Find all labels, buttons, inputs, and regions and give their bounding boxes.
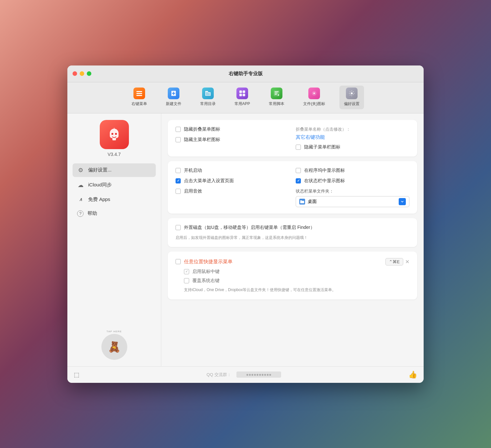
file-icon-icon [308,88,320,99]
hide-submenubar-icon-label: 隐藏子菜单栏图标 [304,144,340,150]
shortcut-key[interactable]: ⌃⌘E [385,258,403,265]
svg-point-12 [351,92,353,94]
quick-menu-card: 任意位置快捷显示菜单 ⌃⌘E ✕ 启用鼠标中键 覆盖系统右键 [168,252,417,300]
toolbar-label-file-icon: 文件(夹)图标 [303,101,325,107]
external-disk-checkbox[interactable] [176,225,181,230]
folder-select-value: 桌面 [308,199,317,205]
traffic-lights [73,71,91,76]
fold-menu-card: 隐藏折叠菜单图标 隐藏主菜单栏图标 折叠菜单名称（点击修改）： 其它右键功能 隐… [168,120,417,157]
toolbar-item-file-icon[interactable]: 文件(夹)图标 [299,86,330,109]
tap-here-mascot[interactable]: TAP HERE 🧸 [101,334,127,360]
fold-menu-name-value[interactable]: 其它右键功能 [296,134,409,140]
quick-menu-description: 支持iCloud，One Drive，Dropbox等云盘文件夹！使用快捷键，可… [176,287,409,293]
launch-display-right: 在程序坞中显示图标 在状态栏中显示图标 状态栏菜单文件夹： [296,168,409,207]
fold-menu-right: 折叠菜单名称（点击修改）： 其它右键功能 隐藏子菜单栏图标 [296,126,409,150]
click-enter-settings-row: 点击大菜单进入设置页面 [176,178,289,184]
toolbar-label-common-script: 常用脚本 [269,101,284,107]
fullscreen-button[interactable] [87,71,91,76]
sidebar-item-help[interactable]: ? 帮助 [73,207,156,220]
click-enter-settings-label: 点击大菜单进入设置页面 [184,178,234,184]
sidebar-bottom: TAP HERE 🧸 [101,334,127,360]
footer-bar: ⬚ QQ 交流群： ●●●●●●●●●● 👍 [67,366,424,383]
enable-middle-click-checkbox[interactable] [184,269,189,274]
enable-middle-click-label: 启用鼠标中键 [192,269,220,275]
launch-at-startup-checkbox[interactable] [176,168,181,173]
enable-sound-label: 启用音效 [184,188,202,194]
show-in-statusbar-label: 在状态栏中显示图标 [304,178,345,184]
show-in-dock-checkbox[interactable] [296,168,301,173]
external-disk-label: 外置磁盘（如U盘，移动硬盘等）启用右键菜单（需重启 Finder） [184,225,315,230]
quick-menu-title-row: 任意位置快捷显示菜单 ⌃⌘E ✕ [176,258,409,265]
window-title: 右键助手专业版 [229,71,263,77]
toolbar-item-new-file[interactable]: 新建文件 [161,86,186,109]
common-app-icon [236,88,248,99]
svg-point-13 [111,133,113,135]
toolbar-item-common-dir[interactable]: 常用目录 [196,86,220,109]
enable-sound-row: 启用音效 [176,188,289,194]
hide-fold-icon-checkbox[interactable] [176,127,181,132]
common-dir-icon [202,88,214,99]
override-right-click-row: 覆盖系统右键 [176,278,409,284]
mascot-emoji: 🧸 [108,341,121,353]
toolbar-item-right-click-menu[interactable]: 右键菜单 [127,86,152,109]
version-label: V3.4.7 [108,152,120,157]
hide-menubar-icon-checkbox[interactable] [176,137,181,142]
new-file-icon [168,88,179,99]
folder-select-dropdown[interactable]: 桌面 [296,196,409,207]
content-area: 隐藏折叠菜单图标 隐藏主菜单栏图标 折叠菜单名称（点击修改）： 其它右键功能 隐… [161,113,424,366]
launch-at-startup-row: 开机启动 [176,168,289,173]
external-disk-section: 外置磁盘（如U盘，移动硬盘等）启用右键菜单（需重启 Finder） 启用后，如发… [176,225,409,241]
quick-menu-checkbox[interactable] [176,259,181,264]
hide-submenubar-icon-checkbox[interactable] [296,145,301,150]
launch-display-grid: 开机启动 点击大菜单进入设置页面 启用音效 [176,168,409,207]
close-button[interactable] [73,71,77,76]
shortcut-badge: ⌃⌘E ✕ [385,258,409,265]
enable-middle-click-row: 启用鼠标中键 [176,269,409,275]
hide-fold-icon-row: 隐藏折叠菜单图标 [176,126,289,132]
app-icon-container [100,120,129,149]
like-button[interactable]: 👍 [408,371,417,379]
toolbar-item-common-app[interactable]: 常用APP [230,86,255,109]
hide-submenubar-icon-row: 隐藏子菜单栏图标 [296,144,409,150]
external-disk-card: 外置磁盘（如U盘，移动硬盘等）启用右键菜单（需重启 Finder） 启用后，如发… [168,218,417,247]
sidebar-item-preferences[interactable]: ⚙ 偏好设置... [73,163,156,177]
click-enter-settings-checkbox[interactable] [176,178,181,183]
folder-select-icon [299,199,305,205]
toolbar-label-common-app: 常用APP [234,101,250,107]
folder-select-arrow[interactable] [399,198,406,205]
toolbar-label-preferences: 偏好设置 [344,101,360,107]
sidebar-item-help-label: 帮助 [87,210,97,217]
enable-sound-checkbox[interactable] [176,189,181,194]
toolbar-item-preferences[interactable]: 偏好设置 [339,86,364,109]
statusbar-folder-section: 状态栏菜单文件夹： [296,188,409,194]
footer-qq-label: QQ 交流群： [207,372,231,378]
toolbar-item-common-script[interactable]: 常用脚本 [264,86,289,109]
fold-menu-name-label: 折叠菜单名称（点击修改）： [296,126,409,132]
svg-rect-8 [243,90,245,93]
right-click-menu-icon [133,88,145,99]
svg-rect-6 [172,93,175,94]
main-content: V3.4.7 ⚙ 偏好设置... ☁ iCloud同步 ∧ 免费 Apps ? … [67,113,424,366]
external-disk-hint: 启用后，如发现外置磁盘的图标异常，属正常现象，这是系统本身的问题哦！ [176,235,409,241]
external-link-icon[interactable]: ⬚ [74,371,79,378]
sidebar-item-icloud[interactable]: ☁ iCloud同步 [73,178,156,192]
override-right-click-checkbox[interactable] [184,278,189,283]
show-in-statusbar-checkbox[interactable] [296,178,301,183]
svg-rect-2 [136,95,142,96]
minimize-button[interactable] [80,71,84,76]
show-in-dock-row: 在程序坞中显示图标 [296,168,409,173]
app-icon [100,120,129,149]
sidebar-item-icloud-label: iCloud同步 [88,182,112,188]
launch-at-startup-label: 开机启动 [184,168,202,173]
free-apps-menu-icon: ∧ [77,197,84,202]
toolbar-label-common-dir: 常用目录 [200,101,216,107]
preferences-icon [346,88,358,99]
sidebar-item-free-apps[interactable]: ∧ 免费 Apps [73,193,156,206]
override-right-click-label: 覆盖系统右键 [192,278,220,284]
preferences-menu-icon: ⚙ [77,167,84,174]
main-window: 右键助手专业版 右键菜单 [67,65,424,383]
statusbar-folder-label: 状态栏菜单文件夹： [296,188,334,194]
svg-point-14 [115,133,117,135]
fold-menu-left: 隐藏折叠菜单图标 隐藏主菜单栏图标 [176,126,289,150]
shortcut-close-button[interactable]: ✕ [405,259,409,265]
